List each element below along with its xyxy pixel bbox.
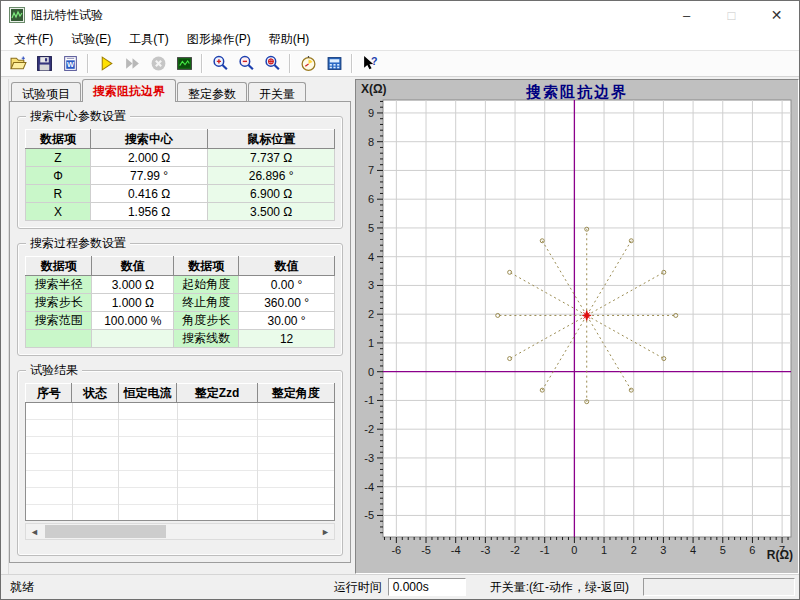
zoom-reset-icon	[264, 55, 281, 72]
svg-text:?: ?	[370, 55, 376, 67]
tab-page-search-boundary: 搜索中心参数设置 数据项 搜索中心 鼠标位置 Z 2.000 Ω 7.737 Ω	[9, 101, 351, 563]
mouse-position-value: 26.896 °	[208, 167, 335, 185]
export-word-button[interactable]: W	[57, 52, 83, 75]
display-graph-button[interactable]	[171, 52, 197, 75]
data-item-cell: X	[26, 203, 91, 221]
table-row: R 0.416 Ω 6.900 Ω	[26, 185, 335, 203]
context-help-button[interactable]: ?	[357, 52, 383, 75]
data-item-cell: 搜索线数	[174, 330, 239, 348]
svg-text:0: 0	[368, 366, 374, 378]
table-row: 搜索范围 100.000 % 角度步长 30.00 °	[26, 312, 335, 330]
menu-graph-ops[interactable]: 图形操作(P)	[178, 29, 260, 50]
svg-text:-3: -3	[364, 452, 374, 464]
open-folder-icon	[10, 55, 27, 72]
calculator-button[interactable]	[321, 52, 347, 75]
menu-test[interactable]: 试验(E)	[62, 29, 120, 50]
svg-text:3: 3	[660, 544, 666, 556]
svg-text:0: 0	[571, 544, 577, 556]
results-table-header: 序号 状态 恒定电流 整定Zzd 整定角度	[25, 383, 335, 403]
svg-text:2: 2	[368, 308, 374, 320]
group-test-results: 试验结果 序号 状态 恒定电流 整定Zzd 整定角度	[17, 370, 343, 556]
calculator-icon	[326, 55, 343, 72]
main-area: 试验项目 搜索阻抗边界 整定参数 开关量 搜索中心参数设置 数据项 搜索中心 鼠…	[1, 77, 799, 574]
group-title: 试验结果	[26, 363, 82, 377]
param-value[interactable]: 0.00 °	[239, 276, 335, 294]
menu-help[interactable]: 帮助(H)	[260, 29, 319, 50]
mouse-position-value: 7.737 Ω	[208, 149, 335, 167]
column-divider	[177, 403, 178, 520]
stop-test-button[interactable]	[145, 52, 171, 75]
svg-text:W: W	[66, 60, 73, 69]
toolbar-separator	[201, 54, 203, 73]
svg-text:4: 4	[690, 544, 696, 556]
search-center-value[interactable]: 2.000 Ω	[90, 149, 207, 167]
help-cursor-icon: ?	[362, 55, 379, 72]
impedance-chart-panel[interactable]: 搜索阻抗边界 X(Ω) R(Ω) -6-5-4-3-2-101234567-5-…	[355, 79, 799, 574]
timer-button[interactable]	[295, 52, 321, 75]
data-item-cell: 搜索半径	[26, 276, 92, 294]
param-value[interactable]: 3.000 Ω	[92, 276, 174, 294]
mouse-position-value: 3.500 Ω	[208, 203, 335, 221]
param-value[interactable]: 100.000 %	[92, 312, 174, 330]
switch-status-label: 开关量:(红-动作，绿-返回)	[488, 579, 635, 596]
search-center-value[interactable]: 77.99 °	[90, 167, 207, 185]
window-title: 阻抗特性试验	[31, 7, 664, 24]
svg-text:5: 5	[368, 222, 374, 234]
scrollbar-track[interactable]	[43, 524, 317, 539]
col-header: 整定角度	[257, 384, 334, 403]
scroll-right-arrow-icon[interactable]: ►	[317, 524, 334, 539]
fast-forward-button[interactable]	[119, 52, 145, 75]
table-row: Z 2.000 Ω 7.737 Ω	[26, 149, 335, 167]
data-item-cell: Z	[26, 149, 91, 167]
param-value[interactable]: 1.000 Ω	[92, 294, 174, 312]
results-horizontal-scrollbar[interactable]: ◄ ►	[25, 523, 335, 540]
param-value	[92, 330, 174, 348]
table-row: X 1.956 Ω 3.500 Ω	[26, 203, 335, 221]
open-button[interactable]	[5, 52, 31, 75]
svg-text:-1: -1	[364, 394, 374, 406]
zoom-out-button[interactable]	[233, 52, 259, 75]
tab-test-items[interactable]: 试验项目	[11, 82, 81, 102]
param-value[interactable]: 360.00 °	[239, 294, 335, 312]
zoom-reset-button[interactable]	[259, 52, 285, 75]
search-center-value[interactable]: 0.416 Ω	[90, 185, 207, 203]
menu-tools[interactable]: 工具(T)	[120, 29, 177, 50]
col-header: 数据项	[26, 130, 91, 149]
tab-strip: 试验项目 搜索阻抗边界 整定参数 开关量	[9, 79, 351, 102]
param-value[interactable]: 30.00 °	[239, 312, 335, 330]
toolbar-separator	[351, 54, 353, 73]
close-button[interactable]: ✕	[754, 1, 799, 29]
mouse-position-value: 6.900 Ω	[208, 185, 335, 203]
col-header: 恒定电流	[118, 384, 177, 403]
search-center-value[interactable]: 1.956 Ω	[90, 203, 207, 221]
impedance-chart[interactable]: -6-5-4-3-2-101234567-5-4-3-2-10123456789	[356, 80, 798, 574]
col-header: 搜索中心	[90, 130, 207, 149]
maximize-button[interactable]: □	[709, 1, 754, 29]
svg-text:7: 7	[368, 164, 374, 176]
results-table-body[interactable]	[25, 403, 335, 521]
parameters-panel: 试验项目 搜索阻抗边界 整定参数 开关量 搜索中心参数设置 数据项 搜索中心 鼠…	[9, 79, 351, 574]
tab-setting-parameters[interactable]: 整定参数	[177, 82, 247, 102]
stop-icon	[150, 55, 167, 72]
table-row: 搜索线数 12	[26, 330, 335, 348]
scrollbar-thumb[interactable]	[45, 525, 166, 538]
app-window: 阻抗特性试验 – □ ✕ 文件(F) 试验(E) 工具(T) 图形操作(P) 帮…	[0, 0, 800, 600]
svg-text:-6: -6	[391, 544, 401, 556]
menu-file[interactable]: 文件(F)	[5, 29, 62, 50]
col-header: 数值	[92, 257, 174, 276]
tab-switch-quantity[interactable]: 开关量	[248, 82, 306, 102]
start-test-button[interactable]	[93, 52, 119, 75]
titlebar[interactable]: 阻抗特性试验 – □ ✕	[1, 1, 799, 29]
word-doc-icon: W	[62, 55, 79, 72]
toolbar: W	[1, 50, 799, 77]
save-button[interactable]	[31, 52, 57, 75]
table-row: 搜索步长 1.000 Ω 终止角度 360.00 °	[26, 294, 335, 312]
zoom-in-button[interactable]	[207, 52, 233, 75]
svg-text:-1: -1	[540, 544, 550, 556]
scroll-left-arrow-icon[interactable]: ◄	[26, 524, 43, 539]
data-item-cell: 搜索范围	[26, 312, 92, 330]
tab-search-impedance-boundary[interactable]: 搜索阻抗边界	[82, 79, 176, 102]
minimize-button[interactable]: –	[664, 1, 709, 29]
svg-text:1: 1	[601, 544, 607, 556]
fast-forward-icon	[124, 55, 141, 72]
